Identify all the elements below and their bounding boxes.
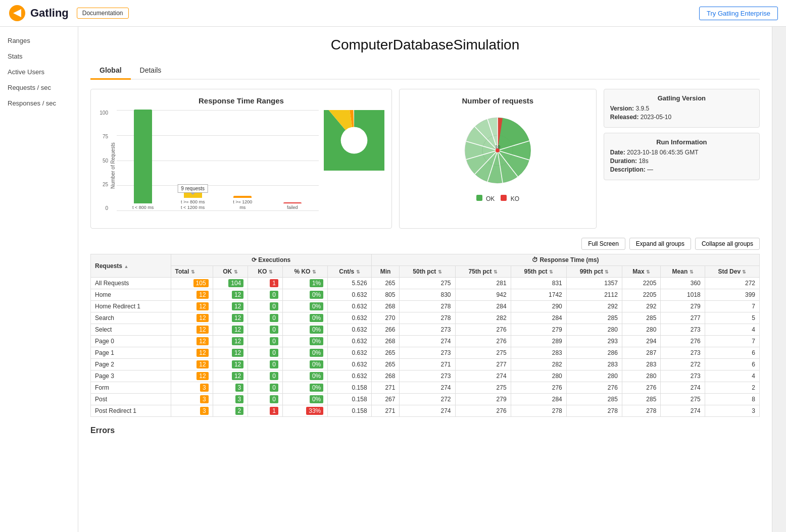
cell-min: 805 xyxy=(371,289,400,301)
top-nav: Gatling Documentation Try Gatling Enterp… xyxy=(0,0,786,27)
sort-ko-icon[interactable]: ⇅ xyxy=(269,270,273,275)
cell-pct75: 276 xyxy=(455,405,511,417)
sort-ok-icon[interactable]: ⇅ xyxy=(234,270,238,275)
cell-ko: 0 xyxy=(248,301,283,312)
bar-label-800: t < 800 ms xyxy=(132,205,154,211)
ok-dot xyxy=(476,195,482,201)
table-row: Page 0 12 12 0 0% 0.632 268 274 276 289 … xyxy=(91,336,760,347)
cell-pct50: 278 xyxy=(400,301,455,312)
th-pct99: 99th pct ⇅ xyxy=(566,266,622,278)
cell-ko: 0 xyxy=(248,394,283,405)
cell-ok: 12 xyxy=(213,312,248,324)
cell-ok: 3 xyxy=(213,382,248,394)
cell-name: Home Redirect 1 xyxy=(91,301,171,312)
sort-total-icon[interactable]: ⇅ xyxy=(191,270,195,275)
cell-pct99: 286 xyxy=(566,347,622,359)
errors-section-title: Errors xyxy=(90,426,760,435)
cell-mean: 360 xyxy=(661,278,705,289)
cell-pct-ko: 0% xyxy=(282,394,327,405)
cell-total: 12 xyxy=(171,347,213,359)
th-requests: Requests ▲ xyxy=(91,254,171,278)
cell-pct-ko: 0% xyxy=(282,370,327,382)
cell-min: 265 xyxy=(371,359,400,370)
th-min: Min xyxy=(371,266,400,278)
cell-pct99: 293 xyxy=(566,336,622,347)
pie-chart xyxy=(324,110,384,172)
sidebar-item-active-users[interactable]: Active Users xyxy=(0,64,78,80)
svg-point-4 xyxy=(341,127,368,154)
cell-total: 12 xyxy=(171,336,213,347)
cell-cnt-s: 0.632 xyxy=(328,301,371,312)
cell-min: 265 xyxy=(371,278,400,289)
cell-pct75: 282 xyxy=(455,312,511,324)
cell-max: 2205 xyxy=(622,289,661,301)
cell-cnt-s: 0.632 xyxy=(328,312,371,324)
sidebar-item-responses-sec[interactable]: Responses / sec xyxy=(0,95,78,111)
response-time-ranges-title: Response Time Ranges xyxy=(98,96,384,105)
tab-details[interactable]: Details xyxy=(131,62,171,80)
cell-pct99: 280 xyxy=(566,370,622,382)
cell-name: Page 2 xyxy=(91,359,171,370)
number-of-requests-title: Number of requests xyxy=(407,96,589,105)
cell-mean: 273 xyxy=(661,324,705,336)
cell-pct75: 942 xyxy=(455,289,511,301)
cell-cnt-s: 0.158 xyxy=(328,405,371,417)
th-cnt-s: Cnt/s ⇅ xyxy=(328,266,371,278)
cell-max: 280 xyxy=(622,324,661,336)
cell-ok: 2 xyxy=(213,405,248,417)
cell-min: 265 xyxy=(371,347,400,359)
sidebar: Ranges Stats Active Users Requests / sec… xyxy=(0,27,78,532)
cell-ko: 0 xyxy=(248,370,283,382)
expand-all-button[interactable]: Expand all groups xyxy=(629,238,691,250)
documentation-button[interactable]: Documentation xyxy=(77,8,129,19)
main-layout: Ranges Stats Active Users Requests / sec… xyxy=(0,27,786,532)
cell-name: Form xyxy=(91,382,171,394)
run-info-box: Run Information Date: 2023-10-18 06:45:3… xyxy=(604,133,760,180)
cell-pct95: 1742 xyxy=(511,289,566,301)
cell-min: 268 xyxy=(371,336,400,347)
cell-mean: 1018 xyxy=(661,289,705,301)
table-toolbar: Full Screen Expand all groups Collapse a… xyxy=(90,238,760,250)
cell-pct50: 274 xyxy=(400,382,455,394)
cell-max: 292 xyxy=(622,301,661,312)
cell-mean: 276 xyxy=(661,336,705,347)
cell-pct-ko: 0% xyxy=(282,347,327,359)
sort-cnt-icon[interactable]: ⇅ xyxy=(356,270,360,275)
sort-pct-icon[interactable]: ⇅ xyxy=(312,270,316,275)
table-row: Home Redirect 1 12 12 0 0% 0.632 268 278… xyxy=(91,301,760,312)
cell-pct-ko: 33% xyxy=(282,405,327,417)
cell-pct95: 289 xyxy=(511,336,566,347)
cell-pct75: 281 xyxy=(455,278,511,289)
enterprise-button[interactable]: Try Gatling Enterprise xyxy=(699,7,778,20)
sidebar-item-stats[interactable]: Stats xyxy=(0,48,78,64)
cell-mean: 273 xyxy=(661,370,705,382)
cell-pct95: 284 xyxy=(511,394,566,405)
cell-pct95: 282 xyxy=(511,359,566,370)
radial-legend: OK KO xyxy=(476,195,519,202)
cell-total: 3 xyxy=(171,382,213,394)
th-executions: ⟳ Executions xyxy=(171,254,371,266)
cell-name: Search xyxy=(91,312,171,324)
tab-global[interactable]: Global xyxy=(90,62,131,80)
cell-max: 285 xyxy=(622,312,661,324)
cell-cnt-s: 0.632 xyxy=(328,347,371,359)
cell-pct95: 290 xyxy=(511,301,566,312)
sort-requests-icon[interactable]: ▲ xyxy=(124,264,128,269)
sidebar-item-ranges[interactable]: Ranges xyxy=(0,33,78,48)
cell-ko: 0 xyxy=(248,347,283,359)
full-screen-button[interactable]: Full Screen xyxy=(581,238,625,250)
duration-row: Duration: 18s xyxy=(610,157,753,165)
cell-max: 276 xyxy=(622,382,661,394)
cell-ok: 3 xyxy=(213,394,248,405)
cell-pct75: 274 xyxy=(455,370,511,382)
cell-std-dev: 7 xyxy=(705,301,759,312)
collapse-all-button[interactable]: Collapse all groups xyxy=(695,238,760,250)
y-axis-75: 75 xyxy=(103,134,108,139)
cell-pct99: 1357 xyxy=(566,278,622,289)
cell-ko: 0 xyxy=(248,312,283,324)
cell-max: 2205 xyxy=(622,278,661,289)
th-response-time: ⏱ Response Time (ms) xyxy=(371,254,759,266)
sidebar-item-requests-sec[interactable]: Requests / sec xyxy=(0,80,78,95)
cell-mean: 273 xyxy=(661,347,705,359)
cell-cnt-s: 0.632 xyxy=(328,289,371,301)
